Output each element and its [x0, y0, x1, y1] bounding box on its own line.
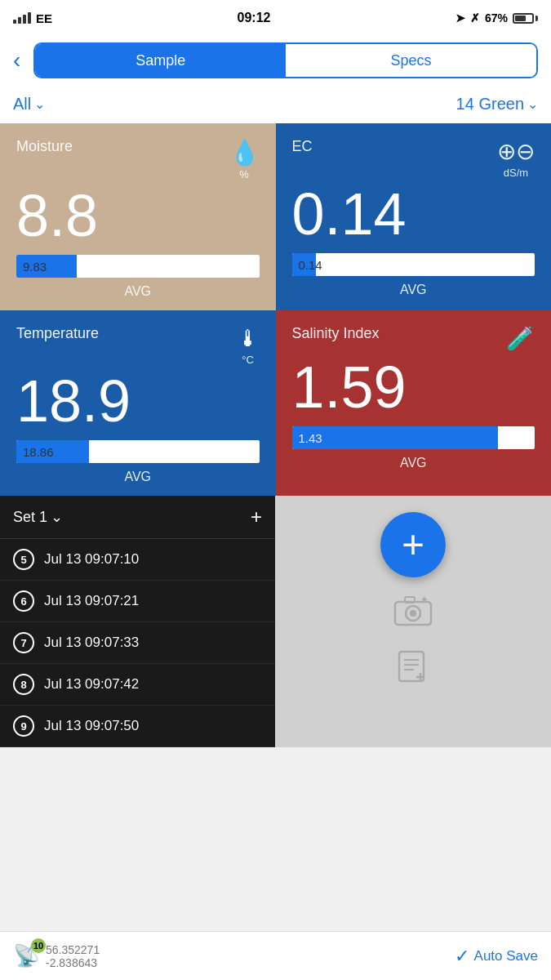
temperature-value: 18.9 [16, 369, 260, 434]
salinity-title: Salinity Index [292, 325, 380, 342]
salinity-icon: 🧪 [506, 325, 535, 352]
metric-card-salinity: Salinity Index 🧪 1.59 1.43 AVG [276, 310, 552, 496]
chevron-down-icon: ⌄ [527, 96, 538, 112]
bottom-bar: 📡 10 56.352271 -2.838643 ✓ Auto Save [0, 931, 551, 980]
item-number-7: 7 [13, 632, 34, 653]
gps-count: 10 [31, 938, 46, 953]
thermometer-icon: 🌡 [237, 325, 260, 352]
item-time-8: Jul 13 09:07:42 [44, 676, 139, 693]
bottom-section: Set 1 ⌄ + 5 Jul 13 09:07:10 6 Jul 13 09:… [0, 496, 551, 747]
ec-value: 0.14 [292, 182, 535, 247]
list-item[interactable]: 6 Jul 13 09:07:21 [0, 581, 275, 622]
ec-avg-label: AVG [292, 283, 535, 297]
item-number-8: 8 [13, 674, 34, 695]
location-icon: ➤ [455, 11, 465, 24]
salinity-avg-label: AVG [292, 456, 535, 470]
gps-lat: 56.352271 [46, 943, 100, 956]
list-item[interactable]: 5 Jul 13 09:07:10 [0, 539, 275, 581]
temperature-unit: °C [242, 354, 254, 366]
temperature-bar: 18.86 [16, 440, 260, 463]
gps-coordinates: 56.352271 -2.838643 [46, 943, 100, 969]
ec-unit: dS/m [504, 167, 528, 179]
salinity-bar: 1.43 [292, 426, 535, 449]
tab-sample[interactable]: Sample [35, 44, 286, 77]
filter-all-button[interactable]: All ⌄ [13, 95, 45, 114]
chevron-down-icon: ⌄ [51, 508, 63, 526]
camera-add-button[interactable] [393, 594, 433, 634]
moisture-bar: 9.83 [16, 255, 260, 278]
list-panel: Set 1 ⌄ + 5 Jul 13 09:07:10 6 Jul 13 09:… [0, 496, 275, 747]
metric-grid: Moisture 💧 % 8.8 9.83 AVG EC ⊕⊖ dS/m 0.1… [0, 123, 551, 496]
ec-title: EC [292, 138, 313, 155]
battery-indicator [513, 13, 538, 24]
status-right: ➤ ✗ 67% [455, 11, 538, 24]
status-left: EE [13, 11, 52, 25]
ec-icon: ⊕⊖ [497, 138, 535, 165]
status-time: 09:12 [238, 11, 271, 25]
moisture-avg-label: AVG [16, 284, 260, 299]
auto-save-label: Auto Save [474, 948, 538, 964]
status-bar: EE 09:12 ➤ ✗ 67% [0, 0, 551, 36]
gps-badge: 📡 10 [13, 943, 39, 969]
metric-card-ec: EC ⊕⊖ dS/m 0.14 0.14 AVG [276, 123, 552, 310]
water-drop-icon: 💧 [229, 138, 260, 167]
moisture-value: 8.8 [16, 184, 260, 248]
list-item[interactable]: 7 Jul 13 09:07:33 [0, 622, 275, 664]
battery-percent: 67% [485, 11, 508, 24]
gps-info: 📡 10 56.352271 -2.838643 [13, 943, 100, 969]
item-time-6: Jul 13 09:07:21 [44, 593, 139, 609]
ec-bar: 0.14 [292, 253, 535, 276]
right-panel: + [275, 496, 551, 747]
item-number-6: 6 [13, 590, 34, 612]
list-item[interactable]: 9 Jul 13 09:07:50 [0, 706, 275, 747]
auto-save-toggle[interactable]: ✓ Auto Save [455, 946, 538, 967]
item-time-5: Jul 13 09:07:10 [44, 551, 139, 568]
add-measurement-button[interactable]: + [380, 512, 446, 577]
signal-bars [13, 12, 31, 24]
salinity-value: 1.59 [292, 355, 535, 420]
tab-specs[interactable]: Specs [286, 44, 536, 77]
filter-row: All ⌄ 14 Green ⌄ [0, 88, 551, 123]
moisture-avg-value: 9.83 [23, 260, 47, 274]
moisture-title: Moisture [16, 138, 73, 155]
ec-avg-value: 0.14 [299, 258, 322, 272]
salinity-avg-value: 1.43 [299, 431, 322, 445]
metric-card-moisture: Moisture 💧 % 8.8 9.83 AVG [0, 123, 276, 310]
metric-card-temperature: Temperature 🌡 °C 18.9 18.86 AVG [0, 310, 276, 496]
set-selector[interactable]: Set 1 ⌄ [13, 508, 63, 526]
carrier-label: EE [36, 11, 52, 25]
bluetooth-icon: ✗ [470, 11, 480, 24]
checkmark-icon: ✓ [455, 946, 469, 967]
back-button[interactable]: ‹ [13, 49, 24, 72]
note-add-button[interactable] [396, 650, 430, 692]
salinity-bar-fill [292, 426, 499, 449]
plus-icon: + [402, 525, 424, 564]
gps-lon: -2.838643 [46, 956, 100, 969]
list-header: Set 1 ⌄ + [0, 496, 275, 539]
filter-green-button[interactable]: 14 Green ⌄ [456, 95, 538, 114]
temperature-title: Temperature [16, 325, 99, 342]
add-entry-button[interactable]: + [251, 506, 262, 528]
item-time-9: Jul 13 09:07:50 [44, 718, 139, 734]
moisture-unit: % [239, 168, 249, 180]
temperature-avg-label: AVG [16, 470, 260, 484]
item-number-9: 9 [13, 715, 34, 737]
item-number-5: 5 [13, 549, 34, 570]
svg-point-3 [410, 610, 416, 617]
header: ‹ Sample Specs [0, 36, 551, 88]
chevron-down-icon: ⌄ [34, 96, 45, 112]
list-item[interactable]: 8 Jul 13 09:07:42 [0, 664, 275, 706]
tab-container: Sample Specs [33, 42, 538, 78]
item-time-7: Jul 13 09:07:33 [44, 635, 139, 651]
temperature-avg-value: 18.86 [23, 445, 54, 459]
